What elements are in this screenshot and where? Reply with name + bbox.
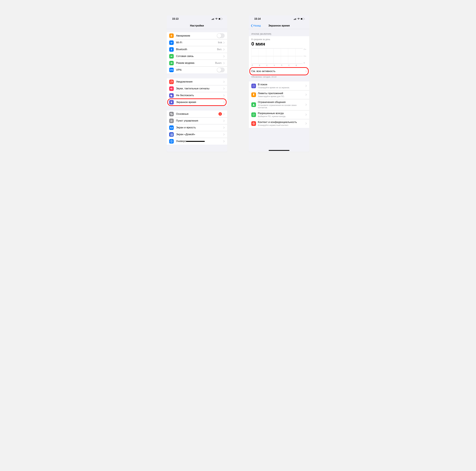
chevron-right-icon — [223, 101, 225, 103]
svg-rect-29 — [296, 18, 297, 20]
row-label: Основные — [176, 113, 219, 115]
screentime-option-content[interactable]: Контент и конфиденциальностьБлокируйте н… — [249, 119, 309, 128]
content-icon — [251, 121, 256, 126]
display-icon: AA — [169, 125, 174, 130]
status-bar: 15:14 — [249, 16, 309, 22]
cellular-icon — [169, 54, 174, 59]
back-label: Назад — [253, 24, 261, 27]
row-label: Пункт управления — [176, 119, 223, 122]
wifi-icon — [297, 18, 300, 20]
settings-row-hotspot[interactable]: Режим модемаВыкл. — [167, 60, 227, 66]
screentime-option-downtime[interactable]: В покоеПланируйте время не за экраном. — [249, 81, 309, 90]
settings-row-cellular[interactable]: Сотовая связь — [167, 53, 227, 60]
option-title: Контент и конфиденциальность — [258, 121, 306, 124]
hotspot-icon — [169, 61, 174, 65]
screentime-option-comm[interactable]: Ограничения общенияУстановите ограничени… — [249, 99, 309, 110]
settings-row-airplane[interactable]: Авиарежим — [167, 32, 227, 39]
chevron-right-icon — [306, 70, 307, 72]
option-title: Ограничения общения — [258, 101, 306, 104]
svg-rect-26 — [294, 19, 294, 20]
option-subtitle: Блокируйте неуместный контент. — [258, 124, 306, 126]
settings-row-gear[interactable]: Основные1 — [167, 111, 227, 117]
chevron-right-icon — [306, 122, 307, 125]
status-time: 15:13 — [172, 17, 178, 20]
row-label: Сотовая связь — [176, 55, 223, 58]
svg-line-37 — [253, 123, 255, 124]
status-bar: 15:13 — [167, 16, 227, 22]
svg-rect-23 — [172, 135, 173, 136]
svg-rect-15 — [170, 133, 171, 134]
row-label: Режим модема — [176, 62, 215, 65]
bluetooth-icon — [169, 47, 174, 52]
row-label: Звуки, тактильные сигналы — [176, 87, 223, 90]
chevron-right-icon — [223, 42, 225, 44]
wifi-icon — [215, 18, 218, 20]
x-label: В — [259, 65, 266, 66]
see-all-activity-row[interactable]: См. всю активность — [249, 68, 309, 75]
vpn-icon: VPN — [169, 68, 174, 72]
svg-rect-2 — [213, 18, 214, 20]
option-title: Разрешенные всегда — [258, 112, 306, 115]
settings-row-sound[interactable]: Звуки, тактильные сигналы — [167, 85, 227, 92]
settings-row-hourglass[interactable]: Экранное время — [167, 99, 227, 106]
toggle-switch[interactable] — [217, 67, 225, 72]
updated-label: Обновлено: сегодня, 15:14 — [249, 75, 309, 78]
allowed-icon — [251, 113, 256, 117]
screentime-option-allowed[interactable]: Разрешенные всегдаВыберите ПО, нужное вс… — [249, 110, 309, 119]
status-icons — [212, 18, 222, 20]
x-label: П — [251, 65, 259, 66]
chevron-right-icon — [306, 114, 307, 116]
svg-rect-32 — [304, 18, 305, 19]
svg-rect-5 — [219, 18, 220, 19]
svg-text:VPN: VPN — [170, 69, 173, 71]
back-button[interactable]: Назад — [251, 24, 261, 27]
chevron-right-icon — [223, 133, 225, 135]
option-subtitle: Установите ограничения на основе своих к… — [258, 104, 306, 109]
row-value: Вкл. — [217, 48, 222, 51]
battery-icon — [301, 18, 305, 20]
svg-point-13 — [171, 121, 172, 122]
row-label: Экранное время — [176, 101, 223, 104]
row-label: Экран «Домой» — [176, 133, 223, 136]
chevron-right-icon — [223, 88, 225, 90]
moon-icon — [169, 93, 174, 98]
row-label: Не беспокоить — [176, 94, 223, 97]
svg-point-34 — [253, 104, 254, 105]
home-icon — [169, 132, 174, 137]
settings-row-wifi[interactable]: Wi-Fifmk — [167, 39, 227, 46]
settings-row-vpn[interactable]: VPNVPN — [167, 66, 227, 73]
battery-icon — [219, 18, 222, 20]
settings-row-access[interactable]: Универс — [167, 138, 227, 145]
svg-rect-31 — [301, 18, 302, 19]
x-label: В — [295, 65, 303, 66]
chevron-right-icon — [223, 120, 225, 122]
option-subtitle: Выберите ПО, нужное всегда. — [258, 115, 306, 117]
notif-icon — [169, 80, 174, 84]
settings-row-bluetooth[interactable]: BluetoothВкл. — [167, 46, 227, 53]
settings-row-display[interactable]: AAЭкран и яркость — [167, 124, 227, 131]
settings-row-moon[interactable]: Не беспокоить — [167, 92, 227, 99]
row-value: Выкл. — [215, 62, 222, 65]
settings-row-home[interactable]: Экран «Домой» — [167, 131, 227, 138]
limits-icon — [251, 92, 256, 97]
control-icon — [169, 119, 174, 123]
toggle-switch[interactable] — [217, 33, 225, 38]
page-title: Экранное время — [268, 24, 290, 27]
row-label: Экран и яркость — [176, 126, 223, 129]
settings-row-notif[interactable]: Уведомления — [167, 78, 227, 85]
svg-point-9 — [171, 81, 172, 81]
option-title: Лимиты приложений — [258, 92, 306, 95]
screentime-option-limits[interactable]: Лимиты приложенийЛимитируйте время для П… — [249, 90, 309, 99]
row-label: Уведомления — [176, 80, 223, 83]
svg-point-11 — [170, 120, 171, 121]
page-title: Настройки — [190, 24, 204, 27]
option-subtitle: Лимитируйте время для ПО. — [258, 95, 306, 97]
svg-rect-6 — [222, 18, 222, 19]
svg-rect-18 — [170, 134, 171, 135]
cellular-icon — [212, 18, 214, 20]
phone-screentime: 15:14 Назад Экранное время IPHONE (ВАЛЕР… — [249, 16, 309, 152]
home-indicator[interactable] — [269, 150, 289, 151]
gear-icon — [169, 112, 174, 116]
settings-row-control[interactable]: Пункт управления — [167, 117, 227, 124]
svg-rect-21 — [170, 135, 171, 136]
